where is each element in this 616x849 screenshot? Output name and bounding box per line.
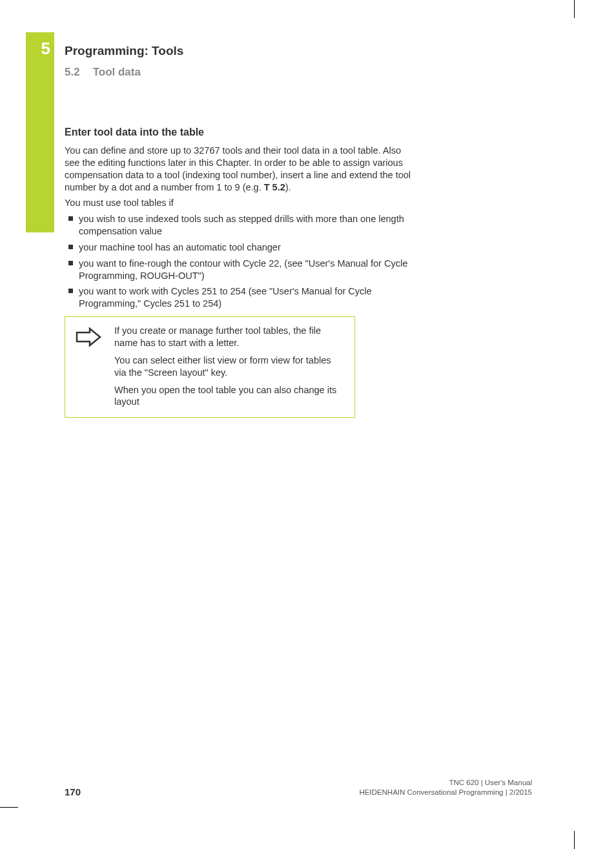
content-body: Enter tool data into the table You can d… — [65, 127, 413, 418]
note-paragraph: When you open the tool table you can als… — [114, 384, 345, 409]
bullet-list: you wish to use indexed tools such as st… — [65, 213, 413, 310]
list-item: you wish to use indexed tools such as st… — [65, 213, 413, 238]
section-heading: 5.2Tool data — [65, 66, 141, 79]
lead-in-paragraph: You must use tool tables if — [65, 197, 413, 209]
list-item: your machine tool has an automatic tool … — [65, 241, 413, 254]
section-title: Tool data — [93, 66, 141, 78]
chapter-title: Programming: Tools — [65, 44, 183, 58]
footer-meta: TNC 620 | User's Manual HEIDENHAIN Conve… — [359, 778, 532, 797]
note-paragraph: You can select either list view or form … — [114, 354, 345, 379]
intro-text-after: ). — [285, 182, 291, 192]
section-number: 5.2 — [65, 66, 80, 79]
page-number: 170 — [65, 786, 81, 797]
note-text: If you create or manage further tool tab… — [114, 325, 345, 408]
note-paragraph: If you create or manage further tool tab… — [114, 325, 345, 349]
crop-mark — [574, 0, 575, 18]
note-box: If you create or manage further tool tab… — [65, 316, 355, 418]
subheading: Enter tool data into the table — [65, 127, 413, 138]
crop-mark — [0, 807, 18, 808]
intro-text: You can define and store up to 32767 too… — [65, 145, 411, 192]
chapter-tab — [26, 32, 54, 232]
footer-line: TNC 620 | User's Manual — [359, 778, 532, 788]
footer-line: HEIDENHAIN Conversational Programming | … — [359, 788, 532, 797]
inline-code: T 5.2 — [264, 182, 285, 192]
intro-paragraph: You can define and store up to 32767 too… — [65, 145, 413, 193]
page-footer: 170 TNC 620 | User's Manual HEIDENHAIN C… — [65, 778, 532, 797]
list-item: you want to work with Cycles 251 to 254 … — [65, 285, 413, 310]
chapter-number: 5 — [26, 39, 54, 59]
arrow-right-icon — [74, 325, 103, 351]
crop-mark — [574, 831, 575, 849]
list-item: you want to fine-rough the contour with … — [65, 258, 413, 282]
